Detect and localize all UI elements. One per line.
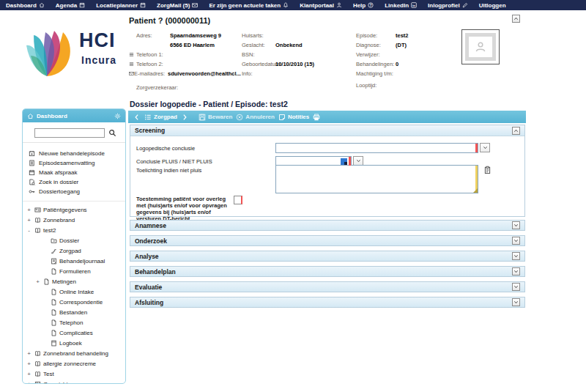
collapse-section-button[interactable] (512, 127, 520, 135)
expand-section-button[interactable] (512, 298, 520, 306)
nav-item-agenda[interactable]: Agenda (56, 2, 85, 9)
expand-section-button[interactable] (512, 221, 520, 229)
quick-link-dossiertoegang[interactable]: Dossiertoegang (29, 187, 122, 196)
toestemming-label: Toestemming patiënt voor overleg met (hu… (136, 196, 233, 222)
nav-item-zorgmail[interactable]: ZorgMail (5) (157, 2, 198, 9)
nav-item-taken[interactable]: Er zijn geen actuele taken (209, 2, 289, 9)
sidebar-header[interactable]: Dashboard (23, 109, 125, 122)
patient-photo-placeholder[interactable] (461, 29, 500, 64)
section-behandelplan[interactable]: Behandelplan (130, 266, 525, 277)
tree-item-behandeljournaal[interactable]: Behandeljournaal (26, 256, 124, 266)
expander-toggle[interactable]: + (34, 278, 41, 285)
expand-section-button[interactable] (512, 267, 520, 275)
zorgpad-button[interactable]: Zorgpad (144, 114, 177, 121)
patient-field-verwijzer: Verwijzer: (356, 51, 459, 61)
quick-link-zoek-in-dossier[interactable]: Zoek in dossier (29, 177, 122, 187)
photo-frame (465, 33, 496, 61)
field-label: Looptijd: (356, 82, 396, 89)
notes-label: Notities (288, 114, 309, 120)
quick-link-episodesamenvatting[interactable]: Episodesamenvatting (29, 158, 122, 168)
tree-item-patientgegevens[interactable]: +Patiëntgegevens (26, 204, 124, 215)
tree-item-complicaties[interactable]: Complicaties (26, 328, 124, 338)
tree-item-correspondentie[interactable]: Correspondentie (26, 297, 124, 307)
sidebar-tree: +Patiëntgegevens +Zonnebrand -test2 Doss… (23, 201, 125, 384)
quick-link-maak-afspraak[interactable]: Maak afspraak (29, 168, 122, 177)
expand-section-button[interactable] (512, 237, 520, 245)
chevron-up-icon (513, 128, 519, 133)
expander-toggle[interactable]: + (26, 207, 32, 213)
nav-item-inlogprofiel[interactable]: Inlogprofiel (428, 2, 468, 9)
expander-toggle[interactable]: + (26, 371, 32, 377)
tree-item-formulieren[interactable]: Formulieren (26, 266, 124, 276)
screening-header[interactable]: Screening (130, 125, 524, 136)
collapse-patient-header-button[interactable] (512, 15, 520, 23)
home-icon (27, 113, 34, 119)
nav-item-linkedin[interactable]: LinkedIn (385, 2, 417, 9)
logo-product-text: Incura (81, 54, 116, 66)
quick-link-nieuwe-behandelepisode[interactable]: Nieuwe behandelepisode (29, 149, 122, 158)
tree-item-telephon[interactable]: Telephon (26, 317, 124, 328)
nav-taken-label: Er zijn geen actuele taken (209, 2, 281, 9)
nav-item-locatieplanner[interactable]: Locatieplanner (96, 2, 146, 9)
expand-section-button[interactable] (512, 252, 520, 260)
tree-item-dossier[interactable]: Dossier (26, 235, 124, 245)
tree-item-label: Dossier (59, 237, 79, 244)
toestemming-checkbox[interactable] (234, 196, 242, 204)
patient-col-3: Episode:test2 Diagnose:(DT) Verwijzer: B… (356, 32, 459, 92)
tree-item-overzichten[interactable]: +Overzichten (26, 379, 124, 384)
cancel-button[interactable]: Annuleren (236, 114, 275, 121)
top-navbar: Dashboard Agenda Locatieplanner ZorgMail… (0, 0, 586, 10)
expander-toggle[interactable]: + (26, 217, 32, 223)
nav-item-help[interactable]: Help (353, 2, 374, 9)
tree-item-label: Logboek (59, 340, 82, 347)
expander-toggle[interactable]: + (26, 350, 32, 357)
expand-section-button[interactable] (512, 283, 520, 291)
field-label: Zorgverzekeraar: (136, 84, 178, 91)
notes-button[interactable]: Notities (278, 114, 309, 121)
expander-toggle[interactable]: + (26, 360, 32, 367)
person-icon (336, 2, 342, 8)
nav-item-uitloggen[interactable]: Uitloggen (479, 2, 506, 9)
section-onderzoek[interactable]: Onderzoek (130, 235, 525, 246)
tree-item-logboek[interactable]: Logboek (26, 338, 124, 348)
template-clipboard-button[interactable] (483, 165, 492, 175)
sidebar-search-input[interactable] (34, 128, 105, 138)
nav-item-dashboard[interactable]: Dashboard (6, 2, 45, 9)
screening-title: Screening (135, 127, 165, 134)
gear-icon[interactable] (114, 113, 121, 119)
mail-icon[interactable] (129, 70, 134, 78)
section-anamnese[interactable]: Anamnese (130, 220, 525, 231)
section-afsluiting[interactable]: Afsluiting (130, 297, 525, 308)
nav-item-klantportaal[interactable]: Klantportaal (300, 2, 342, 9)
chevron-down-icon (513, 254, 519, 259)
tree-item-label: Formulieren (59, 268, 91, 275)
expander-toggle[interactable]: - (26, 227, 32, 234)
logopedische-conclusie-input[interactable] (276, 144, 478, 152)
logopedische-conclusie-dropdown-button[interactable] (480, 143, 490, 152)
tree-item-test2[interactable]: -test2 (26, 225, 124, 235)
grid-icon[interactable] (129, 61, 136, 68)
tree-item-zonnebrand-behandeling[interactable]: +Zonnebrand behandeling (26, 348, 124, 358)
save-button[interactable]: Bewaren (199, 114, 232, 121)
next-step-button[interactable] (181, 114, 188, 121)
toelichting-textarea[interactable] (276, 166, 478, 193)
chevron-down-icon (513, 238, 519, 243)
picklist-icon[interactable] (341, 158, 347, 165)
prev-step-button[interactable] (133, 114, 141, 121)
tree-item-bestanden[interactable]: Bestanden (26, 307, 124, 317)
tree-item-label: allergie zonnecreme (43, 360, 96, 367)
tree-item-metingen[interactable]: +Metingen (26, 276, 124, 286)
print-button[interactable] (313, 114, 320, 121)
section-evaluatie[interactable]: Evaluatie (130, 281, 525, 292)
search-icon[interactable] (108, 129, 116, 137)
resize-handle[interactable] (473, 188, 478, 193)
tree-item-allergie-zonnecreme[interactable]: +allergie zonnecreme (26, 358, 124, 369)
tree-item-test[interactable]: +Test (26, 369, 124, 379)
section-analyse[interactable]: Analyse (130, 251, 525, 262)
tree-item-label: Metingen (52, 278, 76, 285)
tree-item-online-intake[interactable]: Online Intake (26, 286, 124, 297)
grid-icon[interactable] (129, 51, 136, 59)
expander-toggle[interactable]: + (26, 381, 32, 385)
tree-item-zorgpad[interactable]: Zorgpad (26, 245, 124, 256)
tree-item-zonnebrand[interactable]: +Zonnebrand (26, 215, 124, 225)
